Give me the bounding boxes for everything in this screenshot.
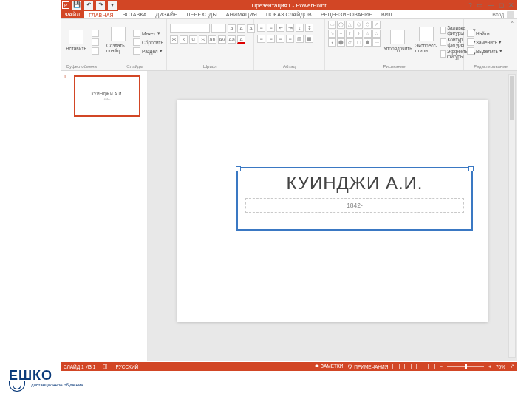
align-left-button[interactable]: ≡ xyxy=(257,35,265,43)
sorter-view-button[interactable] xyxy=(404,364,412,369)
font-name-combo[interactable] xyxy=(170,24,210,33)
tab-insert[interactable]: ВСТАВКА xyxy=(118,10,151,18)
strike-button[interactable]: S xyxy=(199,35,207,44)
font-color-button[interactable]: A xyxy=(237,35,245,44)
shape-gallery[interactable]: ▭◯△⬠⬡↗ ↘↔{}☆◇ ⬥⬤▱▢⬟⋯ xyxy=(328,21,381,64)
slide-editor[interactable]: КУИНДЖИ А.И. 1842- xyxy=(148,71,517,361)
replace-button[interactable]: Заменить ▾ xyxy=(467,38,502,46)
zoom-percent[interactable]: 76% xyxy=(496,364,505,369)
vertical-scrollbar[interactable] xyxy=(508,74,516,358)
smartart-button[interactable]: ▦ xyxy=(305,35,313,43)
shadow-button[interactable]: ab xyxy=(208,35,216,44)
powerpoint-icon: P xyxy=(62,1,69,9)
section-button[interactable]: Раздел ▾ xyxy=(133,47,163,55)
arrange-button[interactable]: Упорядочить xyxy=(383,21,412,59)
indent-inc-button[interactable]: ⇥ xyxy=(286,24,294,32)
italic-button[interactable]: К xyxy=(180,35,188,44)
reset-button[interactable]: Сбросить xyxy=(133,38,163,46)
zoom-slider[interactable] xyxy=(447,366,484,367)
reading-view-button[interactable] xyxy=(416,364,423,369)
ribbon: ˄ Вставить Буфер обмена Создать слайд Ма… xyxy=(61,19,517,71)
watermark-tagline: дистанционное обучение xyxy=(31,383,83,387)
slide-title-text[interactable]: КУИНДЖИ А.И. xyxy=(238,168,471,194)
group-font: A A A Ж К Ч S ab AV Aa A Шрифт xyxy=(167,19,254,70)
line-spacing-button[interactable]: ↕ xyxy=(296,24,304,32)
text-direction-button[interactable]: ↧ xyxy=(305,24,313,32)
quick-access-toolbar: P 💾 ↶ ↷ ▾ xyxy=(61,0,117,10)
bullets-button[interactable]: ≡ xyxy=(257,24,265,32)
group-paragraph: ≡ ≡ ⇤ ⇥ ↕ ↧ ≡ ≡ ≡ ≡ ▥ ▦ Абзац xyxy=(254,19,325,70)
title-placeholder[interactable]: КУИНДЖИ А.И. 1842- xyxy=(236,167,473,231)
tab-home[interactable]: ГЛАВНАЯ xyxy=(84,10,118,18)
ribbon-options-icon[interactable]: ▭ xyxy=(477,1,483,9)
find-button[interactable]: Найти xyxy=(467,30,502,37)
help-icon[interactable]: ? xyxy=(468,1,472,9)
group-label: Буфер обмена xyxy=(64,64,100,70)
tab-animations[interactable]: АНИМАЦИЯ xyxy=(222,10,262,18)
tab-file[interactable]: ФАЙЛ xyxy=(61,10,84,18)
columns-button[interactable]: ▥ xyxy=(296,35,304,43)
quick-styles-icon xyxy=(419,27,434,41)
tab-transitions[interactable]: ПЕРЕХОДЫ xyxy=(183,10,222,18)
select-icon xyxy=(467,47,474,55)
slideshow-view-button[interactable] xyxy=(428,364,435,369)
align-center-button[interactable]: ≡ xyxy=(267,35,275,43)
slide-subtitle-text[interactable]: 1842- xyxy=(347,202,363,209)
grow-font-button[interactable]: A xyxy=(228,24,236,33)
normal-view-button[interactable] xyxy=(392,364,400,369)
tab-design[interactable]: ДИЗАЙН xyxy=(151,10,183,18)
qat-more-icon[interactable]: ▾ xyxy=(108,1,117,10)
redo-icon[interactable]: ↷ xyxy=(96,1,105,10)
spellcheck-icon[interactable]: ◫ xyxy=(103,364,108,369)
minimize-icon[interactable]: — xyxy=(488,1,494,9)
avatar-icon[interactable] xyxy=(507,11,514,18)
select-button[interactable]: Выделить ▾ xyxy=(467,47,502,55)
status-language[interactable]: РУССКИЙ xyxy=(115,364,138,369)
slide-thumbnails-pane[interactable]: КУИНДЖИ А.И. 1842- xyxy=(61,71,148,361)
new-slide-button[interactable]: Создать слайд xyxy=(106,21,130,59)
tab-review[interactable]: РЕЦЕНЗИРОВАНИЕ xyxy=(316,10,377,18)
tab-slideshow[interactable]: ПОКАЗ СЛАЙДОВ xyxy=(262,10,316,18)
cut-button[interactable] xyxy=(92,30,99,37)
slide-thumbnail-1[interactable]: КУИНДЖИ А.И. 1842- xyxy=(74,75,140,117)
layout-button[interactable]: Макет ▾ xyxy=(133,30,163,37)
paste-button[interactable]: Вставить xyxy=(64,21,89,59)
scrollbar-thumb[interactable] xyxy=(510,76,514,120)
layout-icon xyxy=(133,30,140,37)
title-bar: Презентация1 - PowerPoint xyxy=(61,0,517,10)
section-icon xyxy=(133,47,140,55)
thumb-subtitle: 1842- xyxy=(104,98,111,100)
maximize-icon[interactable]: ◻ xyxy=(499,1,504,9)
status-slide-count[interactable]: СЛАЙД 1 ИЗ 1 xyxy=(64,364,95,369)
save-icon[interactable]: 💾 xyxy=(72,1,81,10)
fill-icon xyxy=(440,27,446,34)
bold-button[interactable]: Ж xyxy=(170,35,178,44)
quick-styles-button[interactable]: Экспресс-стили xyxy=(415,21,437,59)
justify-button[interactable]: ≡ xyxy=(286,35,294,43)
format-painter-button[interactable] xyxy=(92,47,99,55)
window-controls: ? ▭ — ◻ ✕ xyxy=(468,0,514,10)
undo-icon[interactable]: ↶ xyxy=(84,1,93,10)
spacing-button[interactable]: AV xyxy=(218,35,226,44)
zoom-in-button[interactable]: + xyxy=(488,364,491,369)
comments-button[interactable]: 🗨 ПРИМЕЧАНИЯ xyxy=(347,364,388,369)
underline-button[interactable]: Ч xyxy=(189,35,197,44)
align-right-button[interactable]: ≡ xyxy=(276,35,284,43)
group-label: Абзац xyxy=(257,64,321,70)
font-size-combo[interactable] xyxy=(211,24,226,33)
copy-button[interactable] xyxy=(92,38,99,46)
case-button[interactable]: Aa xyxy=(228,35,236,44)
thumb-title: КУИНДЖИ А.И. xyxy=(91,92,123,96)
shrink-font-button[interactable]: A xyxy=(237,24,245,33)
status-bar: СЛАЙД 1 ИЗ 1 ◫ РУССКИЙ ≐ ЗАМЕТКИ 🗨 ПРИМЕ… xyxy=(61,362,517,371)
indent-dec-button[interactable]: ⇤ xyxy=(276,24,284,32)
signin-link[interactable]: Вход xyxy=(492,12,504,17)
numbering-button[interactable]: ≡ xyxy=(267,24,275,32)
fit-window-button[interactable]: ⤢ xyxy=(510,364,514,369)
notes-button[interactable]: ≐ ЗАМЕТКИ xyxy=(315,364,343,369)
zoom-out-button[interactable]: − xyxy=(440,364,443,369)
close-icon[interactable]: ✕ xyxy=(508,1,514,9)
tab-view[interactable]: ВИД xyxy=(377,10,397,18)
subtitle-placeholder[interactable]: 1842- xyxy=(245,198,464,213)
slide-canvas[interactable]: КУИНДЖИ А.И. 1842- xyxy=(177,100,488,322)
